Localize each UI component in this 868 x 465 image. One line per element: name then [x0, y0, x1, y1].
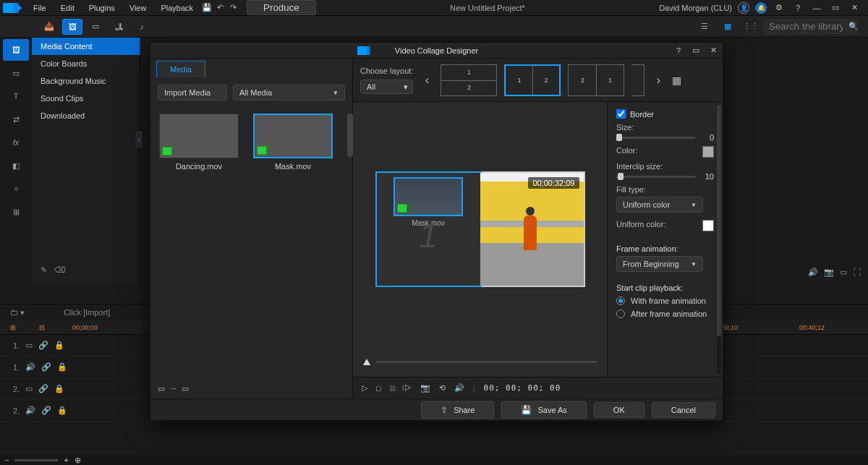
- preview-seekbar[interactable]: [376, 361, 597, 363]
- share-button[interactable]: ⇪Share: [421, 401, 494, 419]
- notification-icon[interactable]: 🔔: [755, 2, 767, 14]
- lib-downloaded[interactable]: Downloaded: [32, 107, 140, 124]
- lock-icon[interactable]: 🔒: [54, 341, 64, 350]
- rail-text-icon[interactable]: T: [3, 85, 29, 107]
- cancel-button[interactable]: Cancel: [652, 402, 715, 418]
- menu-view[interactable]: View: [122, 1, 154, 14]
- link-icon[interactable]: 🔗: [38, 384, 48, 393]
- list-view-icon[interactable]: ☰: [694, 19, 715, 35]
- volume-icon[interactable]: 🔊: [808, 268, 818, 277]
- border-color-swatch[interactable]: [702, 146, 714, 158]
- radio-after-frame-anim[interactable]: After frame animation: [616, 310, 714, 318]
- scale-down-icon[interactable]: ▭: [158, 384, 165, 393]
- lock-icon[interactable]: 🔒: [54, 384, 64, 393]
- screen-icon[interactable]: ▭: [840, 268, 847, 277]
- help-icon[interactable]: ?: [791, 1, 804, 14]
- zoom-in-icon[interactable]: +: [64, 456, 68, 464]
- layout-option-4[interactable]: [631, 64, 644, 96]
- dialog-close-icon[interactable]: ✕: [707, 44, 720, 57]
- collage-cell-1[interactable]: 1 Mask.mov: [375, 171, 482, 287]
- media-filter-dropdown[interactable]: All Media▼: [233, 85, 345, 101]
- lock-icon[interactable]: 🔒: [57, 362, 67, 372]
- collage-cell-2[interactable]: 00;00;32;09: [480, 173, 584, 286]
- rail-fx-icon[interactable]: fx: [3, 132, 29, 153]
- tab-media[interactable]: Media: [156, 61, 205, 77]
- media-scrollbar[interactable]: [347, 114, 353, 157]
- import-media-button[interactable]: Import Media: [158, 85, 227, 101]
- loop-icon[interactable]: ⟲: [439, 383, 446, 393]
- link-icon[interactable]: 🔗: [38, 341, 48, 350]
- fill-type-dropdown[interactable]: Uniform color▼: [616, 197, 703, 213]
- lib-sound-clips[interactable]: Sound Clips: [32, 90, 140, 107]
- dialog-help-icon[interactable]: ?: [672, 44, 685, 57]
- grid-view-icon[interactable]: ▦: [718, 19, 738, 35]
- rail-layers-icon[interactable]: ▭: [3, 62, 29, 84]
- collapse-handle[interactable]: ‹: [135, 130, 143, 149]
- image-icon[interactable]: 🏞: [109, 19, 129, 35]
- lock-icon[interactable]: 🔒: [57, 406, 67, 415]
- interclip-slider[interactable]: [616, 176, 695, 178]
- camera-icon[interactable]: 📷: [824, 268, 834, 277]
- menu-plugins[interactable]: Plugins: [82, 1, 122, 14]
- zoom-slider[interactable]: [14, 459, 58, 461]
- lib-color-boards[interactable]: Color Boards: [32, 55, 140, 72]
- cell-thumb[interactable]: [393, 177, 463, 216]
- menu-file[interactable]: File: [26, 1, 54, 14]
- expand-icon[interactable]: ⛶: [853, 268, 861, 277]
- layout-option-1[interactable]: 1 2: [441, 64, 497, 96]
- layout-grid-icon[interactable]: ▦: [672, 74, 681, 86]
- playhead-icon[interactable]: [363, 359, 370, 365]
- eraser-tool-icon[interactable]: ⌫: [54, 265, 66, 275]
- side-scrollbar[interactable]: [717, 105, 721, 374]
- save-icon[interactable]: 💾: [200, 1, 213, 14]
- layout-prev-icon[interactable]: ‹: [420, 74, 433, 87]
- layout-option-2[interactable]: 1 2: [504, 64, 561, 96]
- pen-tool-icon[interactable]: ✎: [41, 265, 47, 275]
- search-icon[interactable]: 🔍: [843, 19, 864, 35]
- menu-edit[interactable]: Edit: [54, 1, 82, 14]
- stop-icon[interactable]: □: [376, 384, 381, 393]
- filmstrip-icon[interactable]: ▭: [85, 19, 106, 35]
- save-as-button[interactable]: 💾Save As: [501, 401, 586, 419]
- layout-filter-dropdown[interactable]: All: [360, 80, 413, 94]
- lib-media-content[interactable]: Media Content: [32, 38, 140, 55]
- rail-particle-icon[interactable]: ✧: [3, 178, 29, 200]
- dialog-maximize-icon[interactable]: ▭: [689, 44, 702, 57]
- minimize-icon[interactable]: —: [810, 1, 823, 14]
- media-view-icon[interactable]: 🖼: [62, 19, 82, 35]
- step-back-icon[interactable]: ◁⃒: [390, 384, 396, 393]
- undo-icon[interactable]: ↶: [213, 1, 226, 14]
- rail-overlay-icon[interactable]: ◧: [3, 155, 29, 176]
- user-avatar-icon[interactable]: 👤: [738, 2, 749, 14]
- play-icon[interactable]: ▷: [362, 383, 367, 393]
- volume-icon[interactable]: 🔊: [454, 383, 464, 393]
- rail-template-icon[interactable]: ⊞: [3, 201, 29, 223]
- close-icon[interactable]: ✕: [848, 1, 861, 14]
- snapshot-icon[interactable]: 📷: [420, 383, 430, 393]
- zoom-out-icon[interactable]: −: [4, 456, 9, 464]
- tl-zoom-out-icon[interactable]: ⊟: [39, 324, 45, 331]
- scale-up-icon[interactable]: ▭: [182, 384, 189, 393]
- ok-button[interactable]: OK: [594, 402, 644, 418]
- tl-zoom-in-icon[interactable]: ⊞: [10, 324, 16, 331]
- rail-transition-icon[interactable]: ⇄: [3, 108, 29, 130]
- maximize-icon[interactable]: ▭: [829, 1, 842, 14]
- gear-icon[interactable]: ⚙: [773, 1, 786, 14]
- menu-playback[interactable]: Playback: [153, 1, 200, 14]
- sort-icon[interactable]: ⋮⋮: [741, 19, 761, 35]
- fit-icon[interactable]: ⊕: [75, 456, 81, 465]
- radio-with-frame-anim[interactable]: With frame animation: [616, 297, 714, 305]
- thumb-dancing[interactable]: Dancing.mov: [159, 114, 239, 171]
- size-slider[interactable]: [616, 137, 695, 139]
- uniform-color-swatch[interactable]: [702, 220, 714, 231]
- link-icon[interactable]: 🔗: [41, 406, 51, 415]
- lib-bg-music[interactable]: Background Music: [32, 72, 140, 90]
- redo-icon[interactable]: ↷: [226, 1, 239, 14]
- thumb-mask[interactable]: Mask.mov: [253, 114, 333, 171]
- folder-icon[interactable]: 🗀 ▾: [10, 308, 25, 317]
- border-checkbox[interactable]: Border: [616, 109, 714, 119]
- link-icon[interactable]: 🔗: [41, 362, 51, 372]
- step-fwd-icon[interactable]: ⃒▷: [404, 383, 412, 393]
- layout-next-icon[interactable]: ›: [652, 74, 665, 87]
- import-icon[interactable]: 📥: [39, 19, 59, 35]
